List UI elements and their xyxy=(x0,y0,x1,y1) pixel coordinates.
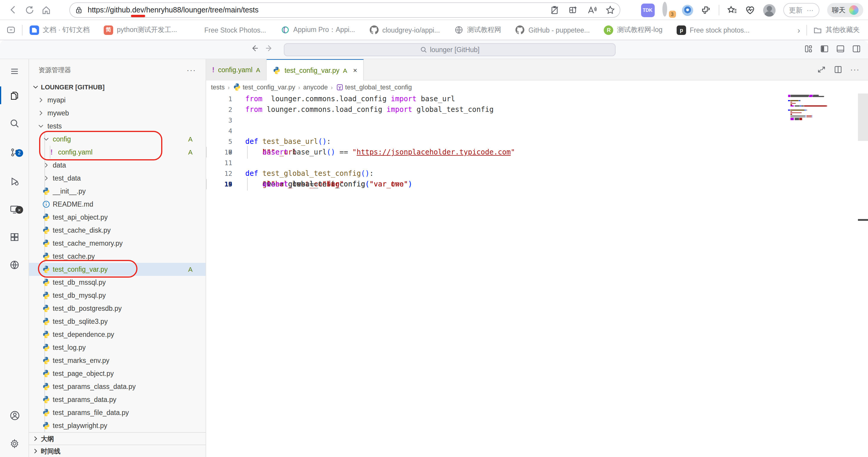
chat-copilot-button[interactable]: 聊天 xyxy=(827,3,863,17)
tree-item-test-cache-disk-py[interactable]: test_cache_disk.py xyxy=(29,224,206,237)
extensions-icon[interactable] xyxy=(0,227,29,247)
open-changes-icon[interactable] xyxy=(817,65,826,74)
tree-item-test-api-object-py[interactable]: test_api_object.py xyxy=(29,211,206,224)
breadcrumb-item[interactable]: test_global_test_config xyxy=(336,83,412,91)
editor-forward-icon[interactable] xyxy=(265,44,274,53)
tree-item-config[interactable]: configA xyxy=(29,133,206,145)
split-editor-icon[interactable] xyxy=(834,65,842,74)
lock-icon[interactable] xyxy=(75,6,83,14)
tree-item-data[interactable]: data xyxy=(29,159,206,172)
tree-item-test-dependence-py[interactable]: test_dependence.py xyxy=(29,328,206,341)
back-icon[interactable] xyxy=(5,1,21,18)
tree-item-myapi[interactable]: myapi xyxy=(29,94,206,106)
code-line-2[interactable]: 2from lounger.commons.load_config import… xyxy=(206,104,868,115)
clipboard-blocked-icon[interactable] xyxy=(550,5,559,15)
tree-item-test-cache-memory-py[interactable]: test_cache_memory.py xyxy=(29,237,206,250)
chevron-down-icon[interactable] xyxy=(36,122,45,130)
bookmark-item[interactable]: R测试教程网-log xyxy=(604,25,662,35)
tree-item-tests[interactable]: tests xyxy=(29,120,206,133)
bookmark-item[interactable]: GitHub - puppetee... xyxy=(516,25,590,35)
tree-item-test-config-var-py[interactable]: test_config_var.pyA xyxy=(29,263,206,276)
breadcrumb-item[interactable]: tests xyxy=(211,84,224,91)
chevron-right-icon[interactable] xyxy=(41,174,51,182)
toggle-primary-sidebar-icon[interactable] xyxy=(820,44,829,53)
favorites-list-icon[interactable] xyxy=(727,5,737,15)
remote-explorer-icon[interactable] xyxy=(0,199,29,219)
run-debug-icon[interactable] xyxy=(0,171,29,191)
tree-item-readme-md[interactable]: README.md xyxy=(29,198,206,211)
editor-scrollbar[interactable] xyxy=(858,94,868,141)
bookmark-item[interactable]: pFree stock photos... xyxy=(677,25,749,35)
account-icon[interactable] xyxy=(0,405,29,426)
tree-item-test-db-sqlite3-py[interactable]: test_db_sqlite3.py xyxy=(29,315,206,328)
progress-ring-icon[interactable]: 3 xyxy=(662,4,674,16)
menu-icon[interactable] xyxy=(0,61,29,81)
other-favorites-folder[interactable]: 其他收藏夹 xyxy=(813,25,860,35)
extension-puzzle-icon[interactable] xyxy=(701,5,711,15)
tree-item-test-marks-env-py[interactable]: test_marks_env.py xyxy=(29,354,206,367)
tree-item-config-yaml[interactable]: !config.yamlA xyxy=(29,145,206,159)
tree-item-test-params-file-data-py[interactable]: test_params_file_data.py xyxy=(29,406,206,419)
browser-essentials-icon[interactable] xyxy=(744,5,755,15)
chevron-down-icon[interactable] xyxy=(41,135,51,143)
bookmark-item[interactable]: cloudgrey-io/appi... xyxy=(369,25,440,35)
code-line-5[interactable]: 5def test_base_url(): xyxy=(206,136,868,147)
breadcrumb-item[interactable]: anycode xyxy=(303,84,328,91)
split-screen-add-icon[interactable] xyxy=(568,5,578,15)
code-line-11[interactable]: 11 xyxy=(206,158,868,168)
bookmark-item[interactable]: 文档 · 钉钉文档 xyxy=(30,25,90,35)
update-button[interactable]: 更新 ··· xyxy=(783,3,819,17)
tree-item-test-playwright-py[interactable]: test_playwright.py xyxy=(29,419,206,432)
favorite-star-icon[interactable] xyxy=(606,5,615,15)
read-aloud-icon[interactable] xyxy=(587,5,597,15)
minimap[interactable] xyxy=(788,95,830,122)
tree-item-test-params-data-py[interactable]: test_params_data.py xyxy=(29,393,206,406)
code-line-3[interactable]: 3 xyxy=(206,115,868,126)
chevron-right-icon[interactable] xyxy=(36,96,45,104)
settings-gear-icon[interactable] xyxy=(0,433,29,453)
url-text[interactable]: https://github.dev/henryhu88/lounger/tre… xyxy=(88,6,259,14)
breadcrumb-item[interactable]: test_config_var.py xyxy=(232,83,295,91)
tree-item-test-page-object-py[interactable]: test_page_object.py xyxy=(29,367,206,380)
toggle-panel-icon[interactable] xyxy=(836,44,845,53)
editor-more-actions-icon[interactable]: ··· xyxy=(850,65,860,74)
customize-layout-icon[interactable] xyxy=(804,44,813,53)
bookmark-item[interactable]: 测试教程网 xyxy=(454,25,501,35)
bookmark-item[interactable]: Appium Pro：Appi... xyxy=(280,25,355,35)
tree-item-myweb[interactable]: myweb xyxy=(29,106,206,120)
update-more-icon[interactable]: ··· xyxy=(807,6,813,13)
tree-item-test-data[interactable]: test_data xyxy=(29,172,206,185)
tree-item--init-py[interactable]: __init__.py xyxy=(29,185,206,198)
explorer-more-actions-icon[interactable]: ··· xyxy=(187,65,196,74)
close-tab-icon[interactable]: × xyxy=(353,66,357,74)
tree-item-test-log-py[interactable]: test_log.py xyxy=(29,341,206,354)
code-line-1[interactable]: 1from lounger.commons.load_config import… xyxy=(206,94,868,104)
tdk-extension-icon[interactable]: TDK xyxy=(641,3,654,17)
bookmarks-overflow-icon[interactable]: › xyxy=(798,25,800,35)
chevron-right-icon[interactable] xyxy=(41,161,51,169)
collections-icon[interactable] xyxy=(6,25,16,35)
toggle-secondary-sidebar-icon[interactable] xyxy=(852,44,861,53)
outline-section[interactable]: 大纲 xyxy=(29,432,206,445)
tree-item-test-db-mysql-py[interactable]: test_db_mysql.py xyxy=(29,289,206,302)
bookmark-item[interactable]: Free Stock Photos... xyxy=(191,25,266,35)
github-icon[interactable] xyxy=(0,255,29,275)
code-line-19[interactable]: 19 assert two == "bar" xyxy=(206,179,207,189)
home-icon[interactable] xyxy=(38,1,55,18)
editor-back-icon[interactable] xyxy=(250,44,259,53)
address-bar[interactable]: https://github.dev/henryhu88/lounger/tre… xyxy=(69,2,620,18)
search-view-icon[interactable] xyxy=(0,113,29,133)
code-line-9[interactable]: 9 assert base_url() == "https://jsonplac… xyxy=(206,147,207,158)
explorer-icon[interactable] xyxy=(0,85,29,105)
profile-avatar[interactable] xyxy=(763,4,775,16)
lens-extension-icon[interactable] xyxy=(682,4,693,16)
bookmark-item[interactable]: 简python测试开发工... xyxy=(104,25,177,35)
refresh-icon[interactable] xyxy=(21,1,38,18)
code-line-12[interactable]: 12def test_global_test_config(): xyxy=(206,168,868,179)
source-control-icon[interactable] xyxy=(0,142,29,162)
tree-item-test-params-class-data-py[interactable]: test_params_class_data.py xyxy=(29,380,206,393)
chevron-right-icon[interactable] xyxy=(36,109,45,117)
code-line-4[interactable]: 4 xyxy=(206,126,868,136)
tree-item-test-db-postgresdb-py[interactable]: test_db_postgresdb.py xyxy=(29,302,206,315)
timeline-section[interactable]: 时间线 xyxy=(29,445,206,457)
